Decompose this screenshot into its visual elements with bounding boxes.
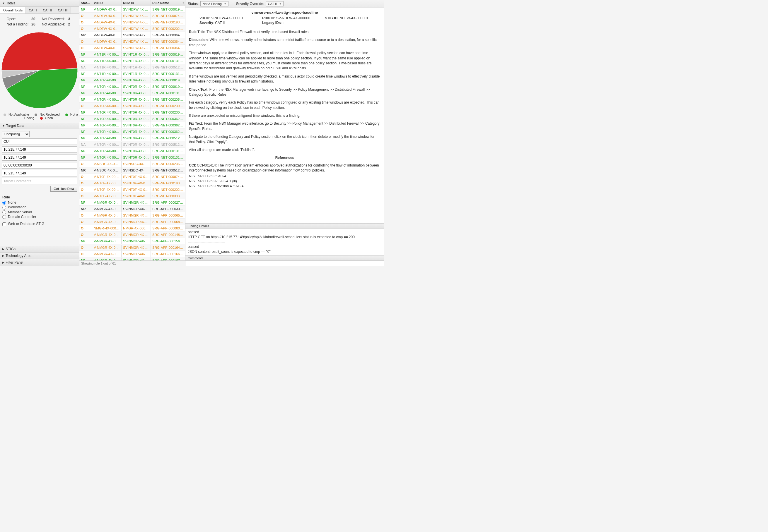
- severity-override-dropdown[interactable]: CAT II▼: [266, 1, 284, 6]
- table-row[interactable]: OV-NMGR-4X-0…SV-NMGR-4X-00…SRG-APP-00014…: [79, 231, 185, 238]
- table-row[interactable]: NFV-NT1R-4X-00…SV-NT1R-4X-000…SRG-NET-00…: [79, 51, 185, 58]
- add-column-icon[interactable]: +: [182, 1, 184, 4]
- table-row[interactable]: NFV-NT0R-4X-00…SV-NT0R-4X-000…SRG-NET-00…: [79, 96, 185, 103]
- rule-detail-body[interactable]: Rule Title: The NSX Distributed Firewall…: [185, 27, 384, 223]
- col-ruleid[interactable]: Rule ID: [121, 0, 151, 6]
- stats-block: Open:30 Not Reviewed:3 Not a Finding:26 …: [0, 14, 79, 30]
- table-row[interactable]: NFV-NMGR-4X-0…SV-NMGR-4X-00…SRG-APP-0001…: [79, 257, 185, 260]
- tab-cat3[interactable]: CAT III: [55, 7, 71, 13]
- discussion-p3: If time windows are not verified and per…: [189, 74, 380, 84]
- cell-ruleid: SV-NMGR-4X-00…: [121, 206, 151, 212]
- cell-vulid: V-NDFW-4X-00…: [92, 13, 121, 19]
- col-status[interactable]: Status: [79, 0, 92, 6]
- table-row[interactable]: OV-NT0F-4X-000…SV-NT0F-4X-000…SRG-NET-00…: [79, 186, 185, 193]
- cell-vulid: V-NT0R-4X-00…: [92, 116, 121, 122]
- field-ip2[interactable]: [2, 154, 77, 161]
- table-row[interactable]: NFV-NT1R-4X-00…SV-NT1R-4X-000…SRG-NET-00…: [79, 58, 185, 64]
- cell-rulename: SRG-NET-000512-RTR…: [151, 64, 185, 70]
- table-row[interactable]: NFV-NT0R-4X-00…SV-NT0R-4X-000…SRG-NET-00…: [79, 83, 185, 90]
- table-row[interactable]: OV-NDFW-4X-00…SV-NDFW-4X-00…SRG-NET-0002…: [79, 25, 185, 32]
- cell-rulename: SRG-NET-000364-FW-…: [151, 45, 185, 51]
- table-row[interactable]: NFV-NT0R-4X-00…SV-NT0R-4X-000…SRG-NET-00…: [79, 90, 185, 96]
- computing-select[interactable]: Computing: [2, 131, 30, 137]
- table-row[interactable]: OV-NSDC-4X-00…SV-NSDC-4X-00…SRG-NET-0002…: [79, 161, 185, 167]
- table-row[interactable]: NFV-NT0R-4X-00…SV-NT0R-4X-000…SRG-NET-00…: [79, 109, 185, 116]
- nr-value: 3: [68, 17, 74, 21]
- table-row[interactable]: NFV-NT1R-4X-00…SV-NT1R-4X-000…SRG-NET-00…: [79, 71, 185, 77]
- tab-cat1[interactable]: CAT I: [25, 7, 40, 13]
- field-mac[interactable]: [2, 162, 77, 169]
- table-row[interactable]: OV-NMGR-4X-0…SV-NMGR-4X-00…SRG-APP-00006…: [79, 212, 185, 219]
- table-row[interactable]: OV-NMGR-4X-0…SV-NMGR-4X-00…SRG-APP-00016…: [79, 244, 185, 251]
- cell-status: O: [79, 219, 92, 225]
- totals-header[interactable]: ▼Totals: [0, 0, 79, 7]
- table-row[interactable]: OV-NMGR-4X-0…SV-NMGR-4X-00…SRG-APP-00016…: [79, 251, 185, 257]
- table-row[interactable]: OV-NDFW-4X-00…SV-NDFW-4X-00…SRG-NET-0003…: [79, 38, 185, 45]
- tab-overall[interactable]: Overall Totals: [0, 7, 26, 13]
- cell-rulename: SRG-NET-000019-FW-…: [151, 6, 185, 12]
- cell-status: O: [79, 187, 92, 193]
- finding-details-header[interactable]: Finding Details: [185, 223, 384, 229]
- field-cui[interactable]: [2, 138, 77, 145]
- stigs-header[interactable]: ▶STIGs: [0, 246, 79, 253]
- table-row[interactable]: OV-NT0R-4X-00…SV-NT0R-4X-000…SRG-NET-000…: [79, 103, 185, 109]
- cell-rulename: SRG-NET-000236-SDN…: [151, 161, 185, 167]
- cell-vulid: V-NDFW-4X-00…: [92, 6, 121, 12]
- status-dropdown[interactable]: Not A Finding▼: [201, 1, 228, 6]
- table-row[interactable]: NRV-NMGR-4X-0…SV-NMGR-4X-00…SRG-APP-0000…: [79, 206, 185, 212]
- table-row[interactable]: OV-NT0F-4X-000…SV-NT0F-4X-000…SRG-NET-00…: [79, 174, 185, 180]
- cell-rulename: SRG-NET-000205-RTR…: [151, 97, 185, 102]
- role-member-server[interactable]: Member Server: [2, 210, 77, 214]
- table-row[interactable]: NFV-NMGR-4X-0…SV-NMGR-4X-00…SRG-APP-0001…: [79, 238, 185, 244]
- role-domain-controller[interactable]: Domain Controller: [2, 214, 77, 219]
- target-comments-input[interactable]: [2, 178, 77, 184]
- cell-vulid: V-NT0F-4X-000…: [92, 180, 121, 186]
- table-row[interactable]: NFV-NT0R-4X-00…SV-NT0R-4X-000…SRG-NET-00…: [79, 116, 185, 122]
- finding-details-body[interactable]: passed HTTP GET on https://10.215.77.149…: [185, 229, 384, 255]
- filter-panel-header[interactable]: ▶Filter Panel: [0, 259, 79, 266]
- rules-body[interactable]: NFV-NDFW-4X-00…SV-NDFW-4X-00…SRG-NET-000…: [79, 6, 185, 260]
- table-row[interactable]: OV-NMGR-4X-0…SV-NMGR-4X-00…SRG-APP-00006…: [79, 219, 185, 225]
- baseline-title: vmware-nsx-4.x-stig-inspec-baseline: [189, 10, 380, 15]
- table-row[interactable]: OV-NDFW-4X-00…SV-NDFW-4X-00…SRG-NET-0000…: [79, 13, 185, 19]
- table-row[interactable]: NRV-NSDC-4X-00…SV-NSDC-4X-00…SRG-NET-000…: [79, 167, 185, 174]
- rules-footer: Showing rule 1 out of 61: [79, 260, 185, 266]
- get-host-data-button[interactable]: Get Host Data: [50, 186, 77, 192]
- web-db-stig-checkbox[interactable]: Web or Database STIG: [2, 222, 77, 226]
- nist-ref-1: NIST SP 800-53 :: AC-4: [189, 174, 380, 179]
- table-row[interactable]: NAV-NT1R-4X-00…SV-NT1R-4X-000…SRG-NET-00…: [79, 64, 185, 71]
- table-row[interactable]: NFV-NDFW-4X-00…SV-NDFW-4X-00…SRG-NET-000…: [79, 6, 185, 13]
- table-row[interactable]: OV-NDFW-4X-00…SV-NDFW-4X-00…SRG-NET-0003…: [79, 45, 185, 51]
- table-row[interactable]: OV-NDFW-4X-00…SV-NDFW-4X-00…SRG-NET-0001…: [79, 19, 185, 25]
- cell-ruleid: SV-NT0R-4X-000…: [121, 122, 151, 128]
- field-ip1[interactable]: [2, 146, 77, 153]
- col-vulid[interactable]: Vul ID: [92, 0, 121, 6]
- table-row[interactable]: NFV-NT0R-4X-00…SV-NT0R-4X-000…SRG-NET-00…: [79, 135, 185, 141]
- table-row[interactable]: NRV-NDFW-4X-00…SV-NDFW-4X-00…SRG-NET-000…: [79, 32, 185, 38]
- table-row[interactable]: NAV-NT0R-4X-00…SV-NT0R-4X-000…SRG-NET-00…: [79, 141, 185, 148]
- cell-status: NF: [79, 238, 92, 244]
- cell-ruleid: SV-NDFW-4X-00…: [121, 6, 151, 12]
- open-label: Open:: [5, 17, 30, 21]
- tech-area-header[interactable]: ▶Technology Area: [0, 253, 79, 259]
- col-rulename[interactable]: Rule Name: [151, 0, 185, 6]
- role-workstation[interactable]: Workstation: [2, 205, 77, 210]
- field-ip3[interactable]: [2, 170, 77, 176]
- table-row[interactable]: NFV-NT0R-4X-00…SV-NT0R-4X-000…SRG-NET-00…: [79, 122, 185, 128]
- role-none[interactable]: None: [2, 200, 77, 205]
- target-data-header[interactable]: ▼Target Data: [0, 123, 79, 129]
- comments-header[interactable]: Comments: [185, 255, 384, 261]
- cell-rulename: SRG-NET-000193-FW-…: [151, 19, 185, 25]
- table-row[interactable]: OV-NT0F-4X-000…SV-NT0F-4X-000…SRG-NET-00…: [79, 193, 185, 199]
- tab-cat2[interactable]: CAT II: [40, 7, 55, 13]
- table-row[interactable]: NFV-NT0R-4X-00…SV-NT0R-4X-000…SRG-NET-00…: [79, 77, 185, 83]
- table-row[interactable]: NFV-NT0R-4X-00…SV-NT0R-4X-000…SRG-NET-00…: [79, 148, 185, 154]
- cell-vulid: V-NT0R-4X-00…: [92, 77, 121, 83]
- table-row[interactable]: OV-NT0F-4X-000…SV-NT0F-4X-000…SRG-NET-00…: [79, 180, 185, 186]
- cell-ruleid: SV-NDFW-4X-00…: [121, 39, 151, 44]
- table-row[interactable]: ONMGR-4X-000013NMGR-4X-000015SRG-APP-000…: [79, 225, 185, 231]
- comments-body[interactable]: [185, 261, 384, 266]
- table-row[interactable]: NFV-NT0R-4X-00…SV-NT0R-4X-000…SRG-NET-00…: [79, 154, 185, 161]
- table-row[interactable]: NFV-NT0R-4X-00…SV-NT0R-4X-000…SRG-NET-00…: [79, 128, 185, 135]
- table-row[interactable]: NFV-NMGR-4X-0…SV-NMGR-4X-00…SRG-APP-0000…: [79, 199, 185, 206]
